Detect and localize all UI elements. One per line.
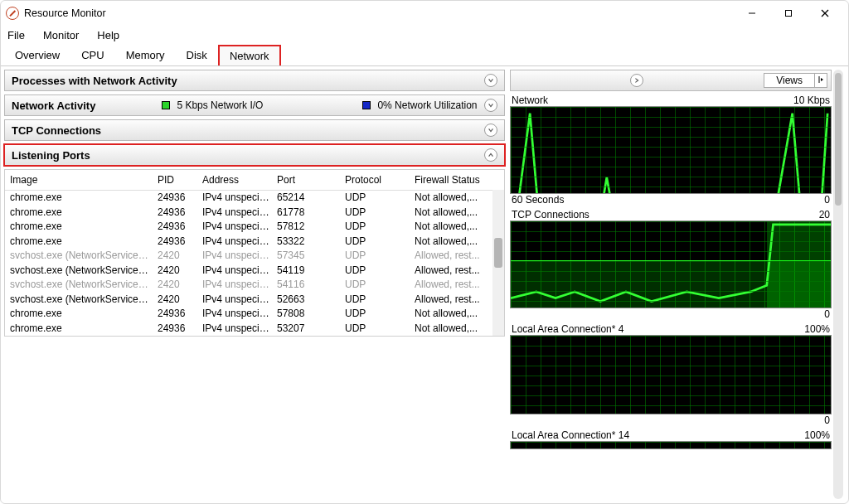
col-port[interactable]: Port (272, 173, 340, 187)
cell-pid: 24936 (153, 307, 197, 322)
panel-activity-header[interactable]: Network Activity 5 Kbps Network I/O 0% N… (4, 94, 505, 116)
cell-proto: UDP (340, 249, 410, 264)
cell-fw: Allowed, rest... (410, 293, 491, 308)
cell-image: chrome.exe (5, 235, 153, 250)
right-pane-scrollbar[interactable] (833, 70, 843, 499)
table-header: Image PID Address Port Protocol Firewall… (5, 170, 504, 191)
table-row[interactable]: svchost.exe (NetworkService -p)2420IPv4 … (5, 278, 504, 293)
tab-disk[interactable]: Disk (176, 45, 218, 65)
cell-port: 57345 (272, 249, 340, 264)
cell-fw: Not allowed,... (410, 235, 491, 250)
cell-port: 57808 (272, 307, 340, 322)
cell-fw: Not allowed,... (410, 220, 491, 235)
table-row[interactable]: chrome.exe24936IPv4 unspecif...53207UDPN… (5, 322, 504, 337)
cell-image: chrome.exe (5, 307, 153, 322)
col-pid[interactable]: PID (153, 173, 197, 187)
table-row[interactable]: chrome.exe24936IPv4 unspecif...57808UDPN… (5, 307, 504, 322)
cell-pid: 2420 (153, 293, 197, 308)
tab-overview[interactable]: Overview (4, 45, 70, 65)
cell-port: 54119 (272, 264, 340, 279)
cell-fw: Not allowed,... (410, 206, 491, 220)
cell-pid: 2420 (153, 278, 197, 293)
tab-bar: Overview CPU Memory Disk Network (1, 45, 848, 66)
listening-ports-table: Image PID Address Port Protocol Firewall… (4, 169, 505, 337)
cell-fw: Allowed, rest... (410, 249, 491, 264)
cell-proto: UDP (340, 264, 410, 279)
tab-memory[interactable]: Memory (115, 45, 176, 65)
close-button[interactable] (807, 2, 843, 25)
menu-monitor[interactable]: Monitor (41, 27, 80, 43)
table-scrollbar[interactable] (492, 190, 504, 336)
cell-proto: UDP (340, 322, 410, 337)
table-body: chrome.exe24936IPv4 unspecif...65214UDPN… (5, 191, 504, 336)
table-row[interactable]: chrome.exe24936IPv4 unspecif...53322UDPN… (5, 235, 504, 250)
cell-port: 52663 (272, 293, 340, 308)
title-bar: Resource Monitor (1, 1, 848, 26)
cell-pid: 24936 (153, 206, 197, 220)
app-title: Resource Monitor (24, 7, 106, 19)
cell-port: 61778 (272, 206, 340, 220)
cell-pid: 24936 (153, 322, 197, 337)
cell-image: svchost.exe (NetworkService -p) (5, 264, 153, 279)
panel-processes-header[interactable]: Processes with Network Activity (4, 70, 505, 91)
net-io-label: 5 Kbps Network I/O (177, 99, 263, 111)
menu-help[interactable]: Help (95, 27, 121, 43)
col-image[interactable]: Image (5, 173, 153, 187)
collapse-right-icon[interactable] (630, 74, 643, 87)
tab-network[interactable]: Network (218, 45, 281, 65)
table-row[interactable]: chrome.exe24936IPv4 unspecif...57812UDPN… (5, 220, 504, 235)
panel-tcp-header[interactable]: TCP Connections (4, 119, 505, 141)
cell-addr: IPv4 unspecif... (197, 293, 272, 308)
cell-fw: Not allowed,... (410, 322, 491, 337)
table-row[interactable]: chrome.exe24936IPv4 unspecif...61778UDPN… (5, 206, 504, 220)
chart-canvas-lac14 (510, 441, 832, 449)
views-dropdown[interactable]: Views (764, 72, 827, 89)
chart-footer-right: 0 (824, 308, 830, 320)
net-util-label: 0% Network Utilization (377, 99, 477, 111)
chart-max: 100% (804, 323, 830, 335)
cell-pid: 2420 (153, 249, 197, 264)
chevron-down-icon[interactable] (484, 124, 497, 137)
cell-image: chrome.exe (5, 191, 153, 206)
chevron-down-icon[interactable] (484, 99, 497, 112)
tab-cpu[interactable]: CPU (70, 45, 114, 65)
cell-proto: UDP (340, 206, 410, 220)
table-row[interactable]: svchost.exe (NetworkService -p)2420IPv4 … (5, 249, 504, 264)
chart-canvas-tcp (510, 220, 832, 308)
cell-addr: IPv4 unspecif... (197, 264, 272, 279)
chevron-up-icon[interactable] (484, 148, 497, 162)
scrollbar-thumb[interactable] (494, 238, 502, 268)
right-top-bar: Views (510, 70, 832, 91)
dropdown-arrow-icon[interactable] (815, 73, 827, 88)
chevron-down-icon[interactable] (484, 74, 497, 87)
chart-lac14: Local Area Connection* 14 100% (510, 429, 832, 449)
maximize-button[interactable] (770, 2, 807, 25)
chart-title: Local Area Connection* 4 (512, 323, 623, 335)
cell-image: svchost.exe (NetworkService -p) (5, 293, 153, 308)
chart-footer-right: 0 (824, 414, 830, 426)
cell-addr: IPv4 unspecif... (197, 191, 272, 206)
cell-addr: IPv4 unspecif... (197, 249, 272, 264)
scrollbar-thumb[interactable] (835, 73, 842, 206)
panel-listening-header[interactable]: Listening Ports (4, 144, 505, 166)
svg-rect-1 (786, 11, 792, 17)
col-firewall[interactable]: Firewall Status (410, 173, 491, 187)
col-address[interactable]: Address (197, 173, 272, 187)
net-util-indicator: 0% Network Utilization (362, 99, 477, 111)
panel-tcp-title: TCP Connections (12, 124, 101, 137)
cell-image: svchost.exe (NetworkService -p) (5, 249, 153, 264)
chart-canvas-lac4 (510, 335, 832, 414)
chart-tcp: TCP Connections 20 0 (510, 209, 832, 320)
col-protocol[interactable]: Protocol (340, 173, 410, 187)
table-row[interactable]: chrome.exe24936IPv4 unspecif...65214UDPN… (5, 191, 504, 206)
cell-fw: Not allowed,... (410, 191, 491, 206)
menu-file[interactable]: File (6, 27, 27, 43)
table-row[interactable]: svchost.exe (NetworkService -p)2420IPv4 … (5, 264, 504, 279)
chart-max: 20 (819, 209, 830, 220)
cell-proto: UDP (340, 220, 410, 235)
cell-image: svchost.exe (NetworkService -p) (5, 278, 153, 293)
table-row[interactable]: svchost.exe (NetworkService -p)2420IPv4 … (5, 293, 504, 308)
minimize-button[interactable] (734, 2, 770, 25)
cell-addr: IPv4 unspecif... (197, 206, 272, 220)
cell-pid: 24936 (153, 191, 197, 206)
